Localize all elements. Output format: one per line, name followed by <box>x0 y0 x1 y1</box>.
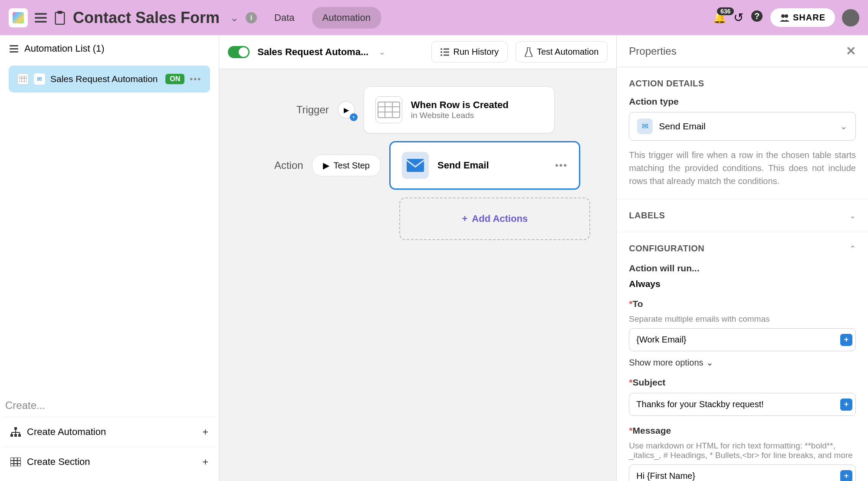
insert-field-button[interactable]: + <box>840 399 852 411</box>
table-icon <box>17 73 29 85</box>
history-icon[interactable]: ↺ <box>733 10 743 25</box>
to-hint: Separate multiple emails with commas <box>629 314 856 324</box>
list-icon <box>10 45 18 53</box>
mail-icon: ✉ <box>34 73 45 85</box>
page-title: Contact Sales Form <box>73 9 220 27</box>
create-section-button[interactable]: Create Section + <box>3 447 216 477</box>
create-automation-button[interactable]: Create Automation + <box>3 417 216 447</box>
close-icon[interactable]: ✕ <box>846 44 856 58</box>
configuration-section-header[interactable]: CONFIGURATION ⌃ <box>629 244 856 254</box>
more-icon[interactable]: ••• <box>190 74 201 84</box>
action-run-value: Always <box>629 279 856 289</box>
chevron-down-icon: ⌄ <box>840 121 848 132</box>
properties-panel: Properties ✕ ACTION DETAILS Action type … <box>617 35 868 481</box>
to-input[interactable] <box>629 328 856 351</box>
create-heading: Create... <box>3 394 216 417</box>
svg-rect-19 <box>10 458 21 466</box>
svg-rect-1 <box>57 11 62 14</box>
help-icon[interactable]: ? <box>750 10 763 26</box>
svg-point-4 <box>781 14 785 18</box>
svg-point-5 <box>785 14 788 18</box>
chevron-down-icon: ⌄ <box>706 357 713 368</box>
people-icon <box>780 14 789 22</box>
chevron-down-icon: ⌄ <box>849 211 856 221</box>
message-hint: Use markdown or HTML for rich text forma… <box>629 441 856 460</box>
app-logo[interactable] <box>9 8 28 27</box>
flask-icon <box>525 47 533 57</box>
info-icon[interactable]: i <box>246 12 257 23</box>
insert-field-button[interactable]: + <box>840 470 852 481</box>
message-label: Message <box>632 425 671 435</box>
chevron-down-icon[interactable]: ⌄ <box>230 12 239 24</box>
sitemap-icon <box>10 427 21 437</box>
action-details-heading: ACTION DETAILS <box>629 79 856 89</box>
plus-icon: + <box>462 213 468 224</box>
properties-title: Properties <box>629 45 676 57</box>
share-button[interactable]: SHARE <box>770 8 835 27</box>
add-actions-button[interactable]: + Add Actions <box>399 198 590 240</box>
svg-rect-11 <box>10 434 13 437</box>
tab-data[interactable]: Data <box>264 7 305 29</box>
subject-input[interactable] <box>629 393 856 416</box>
automation-list-item[interactable]: ✉ Sales Request Automation ON ••• <box>9 66 210 92</box>
labels-section-header[interactable]: LABELS ⌄ <box>629 211 856 221</box>
svg-point-26 <box>441 51 442 53</box>
clipboard-icon <box>54 11 66 25</box>
automation-name-display: Sales Request Automa... <box>257 46 368 58</box>
table-icon <box>375 96 402 123</box>
plus-icon: + <box>202 456 208 468</box>
svg-rect-30 <box>378 102 400 118</box>
automation-name: Sales Request Automation <box>50 74 160 84</box>
trigger-title: When Row is Created <box>411 99 509 111</box>
mail-icon <box>402 152 429 179</box>
automation-toggle[interactable] <box>228 46 250 58</box>
svg-point-24 <box>441 48 442 50</box>
action-card[interactable]: Send Email ••• <box>389 141 580 190</box>
list-icon <box>441 48 449 56</box>
test-automation-button[interactable]: Test Automation <box>516 41 608 63</box>
svg-rect-13 <box>18 434 21 437</box>
svg-text:?: ? <box>754 11 760 21</box>
mail-icon: ✉ <box>637 119 653 134</box>
action-type-select[interactable]: ✉ Send Email ⌄ <box>629 112 856 141</box>
more-icon[interactable]: ••• <box>555 160 568 171</box>
svg-rect-35 <box>407 159 424 172</box>
message-input[interactable] <box>629 465 856 481</box>
action-type-label: Action type <box>629 96 856 107</box>
plus-icon: + <box>202 426 208 438</box>
share-label: SHARE <box>793 13 825 23</box>
test-step-button[interactable]: ▶ Test Step <box>312 155 381 176</box>
chevron-up-icon: ⌃ <box>849 244 856 254</box>
action-label: Action <box>256 159 303 171</box>
to-label: To <box>632 299 643 309</box>
trigger-subtitle: in Website Leads <box>411 111 509 120</box>
svg-rect-10 <box>14 427 17 430</box>
user-avatar[interactable] <box>842 9 859 26</box>
insert-field-button[interactable]: + <box>840 334 852 346</box>
svg-rect-0 <box>56 12 65 24</box>
automation-canvas: Sales Request Automa... ⌄ Run History Te… <box>219 35 617 481</box>
subject-label: Subject <box>632 377 665 387</box>
svg-rect-12 <box>14 434 17 437</box>
action-run-label: Action will run... <box>629 263 856 273</box>
trigger-card[interactable]: When Row is Created in Website Leads <box>364 86 555 133</box>
trigger-label: Trigger <box>281 104 329 116</box>
grid-icon <box>10 458 21 466</box>
plus-overlay-icon[interactable]: + <box>350 113 358 121</box>
notification-badge: 636 <box>717 7 734 15</box>
canvas-toolbar: Sales Request Automa... ⌄ Run History Te… <box>219 35 616 69</box>
svg-point-28 <box>441 54 442 56</box>
chevron-down-icon[interactable]: ⌄ <box>379 47 385 57</box>
notifications-button[interactable]: 🔔 636 <box>713 11 727 24</box>
run-history-button[interactable]: Run History <box>431 41 508 63</box>
show-more-options[interactable]: Show more options ⌄ <box>629 357 856 368</box>
automation-list-title: Automation List (1) <box>24 43 105 54</box>
play-icon: ▶ <box>323 160 329 171</box>
tab-automation[interactable]: Automation <box>312 7 381 29</box>
action-description: This trigger will fire when a row in the… <box>629 148 856 188</box>
app-header: Contact Sales Form ⌄ i Data Automation 🔔… <box>0 0 868 35</box>
menu-icon[interactable] <box>35 13 47 23</box>
svg-rect-6 <box>19 76 27 82</box>
status-badge: ON <box>165 74 184 84</box>
action-title: Send Email <box>437 160 489 171</box>
